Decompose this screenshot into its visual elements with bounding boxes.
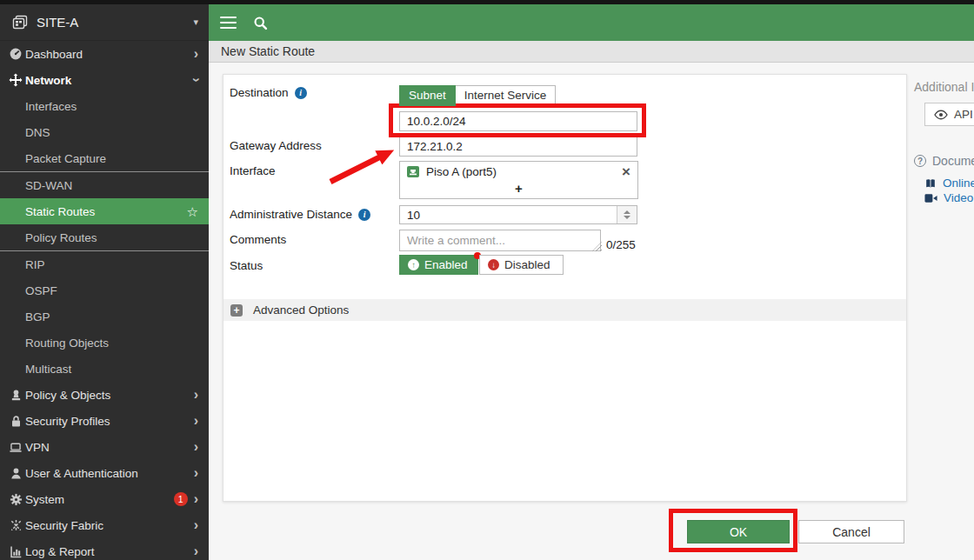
sidebar-item-label: Security Fabric bbox=[25, 519, 103, 532]
menu-hamburger-icon[interactable] bbox=[220, 17, 237, 30]
video-tutorials-link[interactable]: Video Tutorials bbox=[924, 191, 974, 204]
sidebar-item-security-profiles[interactable]: Security Profiles › bbox=[0, 408, 209, 434]
sidebar-item-label: Network bbox=[25, 74, 71, 87]
sidebar-item-dns[interactable]: DNS bbox=[0, 119, 209, 145]
static-route-form: Destination i Subnet Internet Service Ga… bbox=[223, 74, 907, 502]
monitor-icon bbox=[7, 441, 24, 454]
sidebar-item-policy-routes[interactable]: Policy Routes bbox=[0, 224, 209, 250]
chevron-right-icon: › bbox=[194, 47, 198, 61]
destination-label: Destination i bbox=[230, 86, 307, 99]
gateway-address-label: Gateway Address bbox=[230, 139, 322, 152]
sidebar-item-label: Multicast bbox=[25, 363, 71, 376]
chevron-down-icon: › bbox=[189, 77, 203, 82]
admin-distance-label: Administrative Distance i bbox=[230, 208, 370, 221]
page-title: New Static Route bbox=[221, 44, 315, 58]
interface-selected-item[interactable]: Piso A (port5) × bbox=[400, 162, 637, 182]
search-icon[interactable] bbox=[253, 16, 268, 30]
tab-internet-service[interactable]: Internet Service bbox=[455, 85, 557, 106]
sidebar-item-policy-objects[interactable]: Policy & Objects › bbox=[0, 382, 209, 408]
sidebar-item-dashboard[interactable]: Dashboard › bbox=[0, 41, 209, 67]
info-icon[interactable]: i bbox=[358, 209, 370, 221]
remove-icon[interactable]: × bbox=[622, 164, 630, 179]
sidebar-item-label: System bbox=[25, 493, 64, 506]
destination-type-tabs: Subnet Internet Service bbox=[399, 85, 555, 106]
add-icon[interactable]: + bbox=[400, 182, 637, 197]
sidebar-item-label: VPN bbox=[25, 441, 50, 454]
comments-counter: 0/255 bbox=[606, 238, 636, 251]
sidebar-item-label: OSPF bbox=[25, 284, 57, 297]
sidebar-item-vpn[interactable]: VPN › bbox=[0, 434, 209, 460]
sidebar-item-label: Interfaces bbox=[25, 100, 77, 113]
bar-chart-icon bbox=[7, 545, 24, 558]
gateway-address-input[interactable] bbox=[399, 137, 637, 157]
interface-value: Piso A (port5) bbox=[426, 165, 497, 178]
sidebar-item-system[interactable]: System 1 › bbox=[0, 486, 209, 512]
admin-distance-input[interactable] bbox=[400, 206, 617, 223]
sidebar-item-multicast[interactable]: Multicast bbox=[0, 356, 209, 382]
advanced-options-toggle[interactable]: + Advanced Options bbox=[223, 299, 906, 321]
chevron-right-icon: › bbox=[194, 466, 198, 480]
ok-button[interactable]: OK bbox=[687, 520, 790, 543]
api-preview-button[interactable]: API Preview bbox=[924, 103, 974, 126]
destination-subnet-input[interactable] bbox=[399, 111, 637, 131]
status-label: Status bbox=[230, 259, 263, 272]
admin-distance-field bbox=[399, 205, 637, 224]
sidebar-item-static-routes[interactable]: Static Routes ☆ bbox=[0, 198, 209, 224]
site-selector[interactable]: SITE-A ▾ bbox=[0, 4, 209, 41]
book-icon bbox=[924, 177, 937, 190]
sidebar-item-packet-capture[interactable]: Packet Capture bbox=[0, 145, 209, 171]
sidebar-item-label: SD-WAN bbox=[25, 179, 72, 192]
sidebar-item-ospf[interactable]: OSPF bbox=[0, 277, 209, 303]
sidebar-item-label: Log & Report bbox=[25, 545, 95, 558]
info-icon[interactable]: i bbox=[295, 87, 307, 99]
sidebar-item-label: Policy Routes bbox=[25, 231, 97, 244]
sidebar: SITE-A ▾ Dashboard › Network › Interface… bbox=[0, 4, 209, 560]
chevron-right-icon: › bbox=[194, 414, 198, 428]
sidebar-item-user-authentication[interactable]: User & Authentication › bbox=[0, 460, 209, 486]
sidebar-item-interfaces[interactable]: Interfaces bbox=[0, 93, 209, 119]
arrow-up-circle-icon: ↑ bbox=[408, 259, 419, 270]
sidebar-item-log-report[interactable]: Log & Report › bbox=[0, 538, 209, 560]
eye-icon bbox=[934, 110, 948, 120]
comments-input[interactable] bbox=[399, 230, 601, 251]
sidebar-item-rip[interactable]: RIP bbox=[0, 251, 209, 277]
documentation-heading: ? Documentation bbox=[914, 154, 974, 168]
top-header-bar bbox=[209, 4, 974, 41]
sidebar-item-bgp[interactable]: BGP bbox=[0, 303, 209, 330]
sidebar-item-label: DNS bbox=[25, 126, 50, 139]
status-disabled-button[interactable]: ↓ Disabled bbox=[479, 255, 564, 275]
notification-badge: 1 bbox=[174, 492, 188, 506]
cancel-button[interactable]: Cancel bbox=[798, 520, 904, 543]
favorite-star-icon[interactable]: ☆ bbox=[187, 205, 198, 218]
policy-objects-icon bbox=[7, 389, 24, 402]
help-circle-icon: ? bbox=[914, 155, 926, 167]
expand-plus-icon: + bbox=[230, 304, 243, 317]
chevron-right-icon: › bbox=[194, 440, 198, 454]
sidebar-item-sd-wan[interactable]: SD-WAN bbox=[0, 172, 209, 198]
number-spinner[interactable] bbox=[617, 206, 637, 223]
online-help-link[interactable]: Online Help bbox=[924, 177, 974, 190]
additional-information-title: Additional Information bbox=[914, 80, 974, 94]
sidebar-item-label: RIP bbox=[25, 258, 45, 271]
sidebar-item-label: Packet Capture bbox=[25, 152, 106, 165]
interface-select[interactable]: Piso A (port5) × + bbox=[399, 161, 638, 199]
chevron-right-icon: › bbox=[194, 388, 198, 402]
interface-label: Interface bbox=[230, 164, 276, 177]
sidebar-item-label: Routing Objects bbox=[25, 337, 109, 350]
sidebar-nav: Dashboard › Network › Interfaces DNS Pac… bbox=[0, 41, 209, 560]
sidebar-item-label: User & Authentication bbox=[25, 467, 138, 480]
network-icon bbox=[7, 73, 24, 87]
sidebar-item-routing-objects[interactable]: Routing Objects bbox=[0, 330, 209, 356]
status-enabled-button[interactable]: ↑ Enabled bbox=[399, 255, 478, 275]
chevron-right-icon: › bbox=[194, 518, 198, 532]
chevron-right-icon: › bbox=[194, 544, 198, 558]
lock-icon bbox=[7, 415, 24, 428]
sidebar-item-network[interactable]: Network › bbox=[0, 67, 209, 93]
breadcrumb: New Static Route bbox=[209, 41, 974, 63]
sidebar-item-security-fabric[interactable]: Security Fabric › bbox=[0, 512, 209, 538]
dashboard-icon bbox=[7, 47, 24, 61]
site-name: SITE-A bbox=[37, 15, 78, 30]
arrow-down-circle-icon: ↓ bbox=[488, 259, 499, 270]
tab-subnet[interactable]: Subnet bbox=[399, 85, 456, 106]
sidebar-item-label: BGP bbox=[25, 310, 50, 323]
